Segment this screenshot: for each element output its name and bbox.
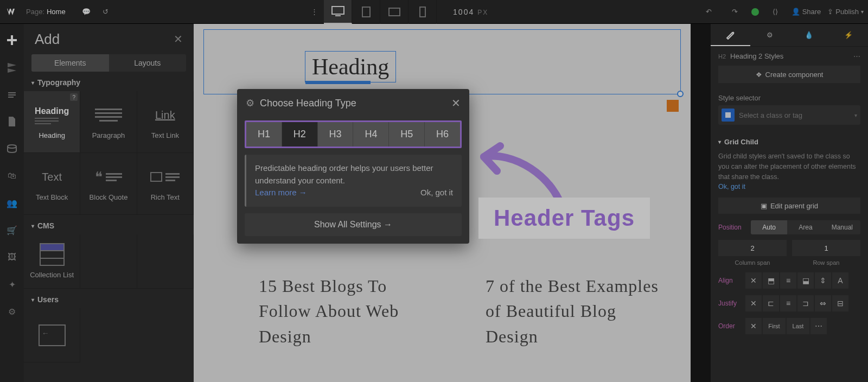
tab-elements[interactable]: Elements (31, 54, 109, 72)
align-reset[interactable]: ✕ (745, 272, 762, 289)
column-span-input[interactable] (718, 240, 787, 256)
justify-end[interactable]: ⊐ (797, 295, 814, 311)
element-text-block[interactable]: Text Text Block (24, 153, 80, 215)
element-text-link[interactable]: Link Text Link (137, 91, 194, 153)
undo-button[interactable]: ↶ (699, 2, 719, 22)
code-export-icon[interactable]: ⟨⟩ (765, 2, 785, 22)
create-component-button[interactable]: ❖Create component (718, 66, 860, 83)
element-rich-text[interactable]: Rich Text (137, 153, 194, 215)
tab-layouts[interactable]: Layouts (109, 54, 187, 72)
comment-icon[interactable]: 💬 (76, 2, 96, 22)
share-button[interactable]: 👤Share (792, 2, 821, 22)
device-desktop-button[interactable] (324, 0, 352, 24)
blog-title-1[interactable]: 15 Best Blogs To Follow About Web Design (259, 273, 442, 349)
section-cms[interactable]: CMS (24, 215, 194, 234)
callout-label: Header Tags (478, 198, 650, 239)
navigator-icon[interactable] (5, 61, 18, 74)
align-start[interactable]: ⬒ (763, 272, 779, 289)
apps-icon[interactable]: ✦ (5, 278, 18, 291)
add-elements-icon[interactable] (5, 34, 18, 47)
cms-icon[interactable] (5, 142, 18, 155)
pages-icon[interactable] (5, 88, 18, 101)
order-last-button[interactable]: Last (787, 318, 809, 334)
style-tab[interactable] (711, 24, 750, 46)
element-heading[interactable]: ? Heading Heading (24, 91, 80, 153)
settings-icon[interactable]: ⚙ (5, 305, 18, 318)
ok-got-it-button[interactable]: Ok, got it (420, 187, 453, 199)
add-panel-tabs: Elements Layouts (31, 54, 186, 72)
h1-button[interactable]: H1 (246, 122, 282, 147)
interactions-tab[interactable]: ⚡ (829, 24, 869, 46)
page-icon[interactable] (5, 115, 18, 128)
edit-parent-grid-button[interactable]: ▣Edit parent grid (718, 198, 860, 214)
close-add-panel-icon[interactable]: ✕ (174, 33, 183, 46)
empty-cell (137, 234, 194, 289)
show-all-settings-button[interactable]: Show All Settings → (245, 213, 462, 236)
h2-button[interactable]: H2 (282, 122, 318, 147)
chevron-down-icon[interactable]: ▾ (854, 112, 857, 118)
align-stretch[interactable]: ⇕ (815, 272, 831, 289)
h4-button[interactable]: H4 (353, 122, 389, 147)
users-icon[interactable]: 👥 (5, 196, 18, 209)
h5-button[interactable]: H5 (389, 122, 425, 147)
image-icon[interactable]: 🖼 (5, 251, 18, 264)
justify-reset[interactable]: ✕ (745, 295, 762, 311)
section-grid-child[interactable]: Grid Child (711, 132, 868, 151)
row-span-input[interactable] (792, 240, 860, 256)
align-end[interactable]: ⬓ (797, 272, 814, 289)
svg-rect-11 (725, 112, 731, 118)
popover-info: Predictable heading order helps your use… (245, 155, 462, 207)
effects-tab[interactable]: 💧 (789, 24, 829, 46)
blog-title-2[interactable]: 7 of the Best Examples of Beautiful Blog… (486, 273, 669, 349)
webflow-logo[interactable] (4, 4, 20, 20)
style-panel: ⚙ 💧 ⚡ H2 Heading 2 Styles ⋯ ❖Create comp… (711, 24, 868, 382)
resize-handle[interactable] (677, 91, 684, 97)
ecommerce-icon[interactable]: 🛍 (5, 169, 18, 182)
device-tablet-landscape-button[interactable] (380, 0, 409, 24)
element-user[interactable]: ← (24, 308, 80, 362)
style-selector-input[interactable]: Select a class or tag ▾ (718, 105, 860, 125)
close-popover-icon[interactable]: ✕ (451, 97, 461, 110)
assets-icon[interactable]: 🛒 (5, 224, 18, 237)
canvas-width-display[interactable]: 1004PX (453, 8, 488, 16)
position-area-button[interactable]: Area (787, 220, 824, 234)
svg-rect-9 (8, 97, 14, 98)
h6-button[interactable]: H6 (425, 122, 460, 147)
device-menu-icon[interactable]: ⋮ (304, 2, 324, 22)
redo-button[interactable]: ↷ (725, 2, 745, 22)
device-mobile-button[interactable] (409, 0, 437, 24)
gc-ok-link[interactable]: Ok, got it (718, 183, 745, 190)
more-icon[interactable]: ⋯ (853, 52, 860, 60)
settings-tab[interactable]: ⚙ (750, 24, 790, 46)
justify-baseline[interactable]: ⊟ (832, 295, 848, 311)
h3-button[interactable]: H3 (318, 122, 354, 147)
heading-type-selector: H1 H2 H3 H4 H5 H6 (245, 120, 462, 148)
section-users[interactable]: Users (24, 289, 194, 308)
order-more[interactable]: ⋯ (810, 318, 827, 334)
revert-icon[interactable]: ↺ (96, 2, 116, 22)
publish-button[interactable]: ⇪Publish▾ (827, 2, 864, 22)
element-collection-list[interactable]: Collection List (24, 234, 80, 289)
position-manual-button[interactable]: Manual (824, 220, 860, 234)
help-icon[interactable]: ? (70, 93, 78, 101)
canvas[interactable]: Heading ⚙ Choose Heading Type ✕ H1 H2 H3… (194, 24, 691, 382)
align-baseline[interactable]: A (832, 272, 848, 289)
align-center[interactable]: ≡ (780, 272, 796, 289)
device-tablet-button[interactable] (352, 0, 380, 24)
justify-start[interactable]: ⊏ (763, 295, 779, 311)
order-first-button[interactable]: First (763, 318, 786, 334)
element-paragraph[interactable]: Paragraph (80, 91, 137, 153)
left-sidebar: 🛍 👥 🛒 🖼 ✦ ⚙ (0, 24, 24, 382)
element-block-quote[interactable]: ❝ Block Quote (80, 153, 137, 215)
selection-tag (305, 81, 371, 84)
order-reset[interactable]: ✕ (745, 318, 762, 334)
learn-more-link[interactable]: Learn more → (255, 188, 307, 197)
justify-stretch[interactable]: ⇔ (815, 295, 831, 311)
position-auto-button[interactable]: Auto (751, 220, 787, 234)
section-typography[interactable]: Typography (24, 72, 194, 91)
justify-center[interactable]: ≡ (780, 295, 796, 311)
svg-rect-0 (332, 7, 344, 14)
grid-overlay-icon[interactable] (667, 100, 679, 112)
page-name[interactable]: Home (47, 8, 66, 16)
heading-element[interactable]: Heading (305, 51, 396, 82)
